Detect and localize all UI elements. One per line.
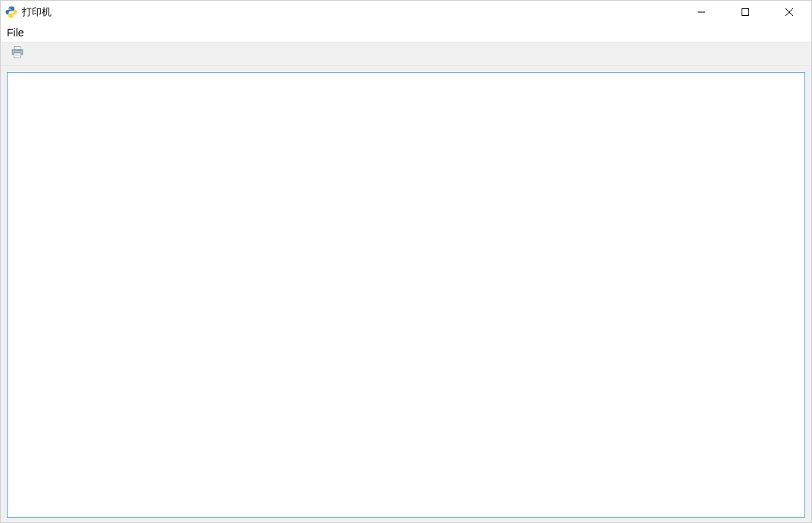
svg-rect-3 xyxy=(14,53,21,58)
printer-icon xyxy=(11,45,24,62)
text-editor[interactable] xyxy=(7,72,805,518)
svg-rect-2 xyxy=(12,50,23,51)
print-button[interactable] xyxy=(8,45,27,63)
minimize-button[interactable] xyxy=(679,1,723,23)
python-icon xyxy=(5,6,17,18)
close-button[interactable] xyxy=(767,1,811,23)
tool-bar xyxy=(1,42,811,66)
maximize-button[interactable] xyxy=(723,1,767,23)
content-area xyxy=(1,66,811,523)
window-controls xyxy=(679,1,811,23)
menu-bar: File xyxy=(1,23,811,42)
svg-rect-0 xyxy=(742,9,749,16)
title-bar: 打印机 xyxy=(1,1,811,23)
window-title: 打印机 xyxy=(22,5,52,19)
svg-point-6 xyxy=(20,51,21,52)
menu-file[interactable]: File xyxy=(2,25,29,40)
svg-rect-1 xyxy=(14,47,20,50)
